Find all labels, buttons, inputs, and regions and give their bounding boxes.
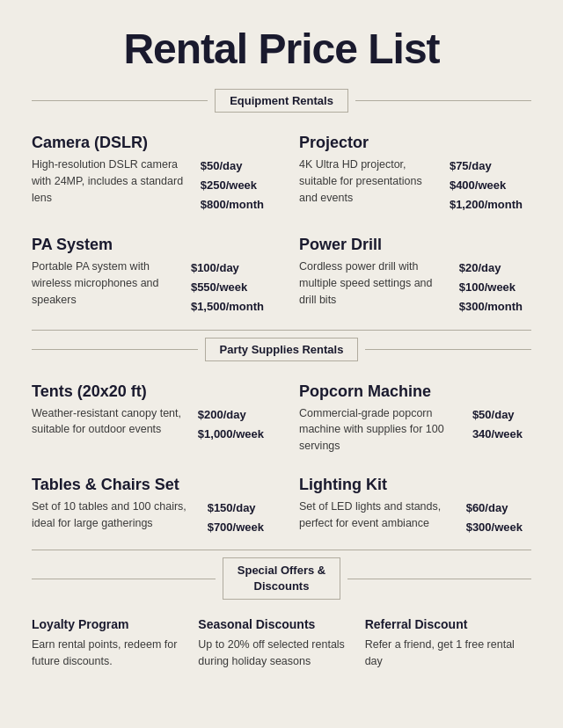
item-lighting-desc: Set of LED lights and stands, perfect fo… xyxy=(299,499,456,532)
item-drill-desc: Cordless power drill with multiple speed… xyxy=(299,258,449,308)
equipment-section-label: Equipment Rentals xyxy=(215,89,348,113)
offer-referral-desc: Refer a friend, get 1 free rental day xyxy=(365,637,531,670)
item-camera-name: Camera (DSLR) xyxy=(32,134,264,152)
item-tables-name: Tables & Chairs Set xyxy=(32,476,264,494)
offer-seasonal: Seasonal Discounts Up to 20% off selecte… xyxy=(198,617,364,670)
item-projector: Projector 4K Ultra HD projector, suitabl… xyxy=(282,121,531,223)
offer-referral: Referral Discount Refer a friend, get 1 … xyxy=(365,617,531,670)
item-drill-name: Power Drill xyxy=(299,236,523,254)
item-projector-prices: $75/day$400/week$1,200/month xyxy=(450,157,523,215)
equipment-items-grid: Camera (DSLR) High-resolution DSLR camer… xyxy=(32,121,531,326)
offer-loyalty: Loyalty Program Earn rental points, rede… xyxy=(32,617,198,670)
item-camera: Camera (DSLR) High-resolution DSLR camer… xyxy=(32,121,282,223)
item-tables-chairs: Tables & Chairs Set Set of 10 tables and… xyxy=(32,463,282,546)
item-pa-prices: $100/day$550/week$1,500/month xyxy=(191,258,264,317)
item-popcorn-prices: $50/day340/week xyxy=(472,405,523,444)
equipment-hr xyxy=(32,330,531,331)
party-hr xyxy=(32,550,531,550)
page: Rental Price List Equipment Rentals Came… xyxy=(0,0,563,728)
item-lighting-name: Lighting Kit xyxy=(299,476,523,494)
item-projector-desc: 4K Ultra HD projector, suitable for pres… xyxy=(299,157,439,206)
offer-loyalty-name: Loyalty Program xyxy=(32,617,187,631)
item-popcorn-desc: Commercial-grade popcorn machine with su… xyxy=(299,405,462,455)
party-section-divider: Party Supplies Rentals xyxy=(32,338,531,361)
item-drill-prices: $20/day$100/week$300/month xyxy=(459,258,523,317)
offer-referral-name: Referral Discount xyxy=(365,617,531,631)
offer-loyalty-desc: Earn rental points, redeem for future di… xyxy=(32,637,187,670)
page-title: Rental Price List xyxy=(32,25,531,73)
special-section-divider: Special Offers &Discounts xyxy=(32,557,531,600)
special-section-label: Special Offers &Discounts xyxy=(223,557,340,600)
item-tents-prices: $200/day$1,000/week xyxy=(198,405,264,444)
item-lighting-kit: Lighting Kit Set of LED lights and stand… xyxy=(282,463,531,546)
party-section-label: Party Supplies Rentals xyxy=(205,338,359,361)
equipment-section-divider: Equipment Rentals xyxy=(32,89,531,113)
offer-seasonal-name: Seasonal Discounts xyxy=(198,617,354,631)
item-tents-name: Tents (20x20 ft) xyxy=(32,382,264,401)
special-offers-grid: Loyalty Program Earn rental points, rede… xyxy=(32,608,531,670)
item-tents: Tents (20x20 ft) Weather-resistant canop… xyxy=(32,370,282,463)
item-pa-system: PA System Portable PA system with wirele… xyxy=(32,223,282,325)
item-tents-desc: Weather-resistant canopy tent, suitable … xyxy=(32,405,187,439)
item-projector-name: Projector xyxy=(299,134,523,152)
item-popcorn: Popcorn Machine Commercial-grade popcorn… xyxy=(282,370,531,463)
item-pa-name: PA System xyxy=(32,236,264,254)
offer-seasonal-desc: Up to 20% off selected rentals during ho… xyxy=(198,637,354,670)
item-pa-desc: Portable PA system with wireless microph… xyxy=(32,258,180,308)
item-lighting-prices: $60/day$300/week xyxy=(466,499,523,537)
item-camera-desc: High-resolution DSLR camera with 24MP, i… xyxy=(32,157,190,206)
party-items-grid: Tents (20x20 ft) Weather-resistant canop… xyxy=(32,370,531,546)
item-power-drill: Power Drill Cordless power drill with mu… xyxy=(282,223,531,325)
item-tables-prices: $150/day$700/week xyxy=(208,499,264,537)
item-camera-prices: $50/day$250/week$800/month xyxy=(201,157,264,215)
item-tables-desc: Set of 10 tables and 100 chairs, ideal f… xyxy=(32,499,197,532)
item-popcorn-name: Popcorn Machine xyxy=(299,382,523,401)
